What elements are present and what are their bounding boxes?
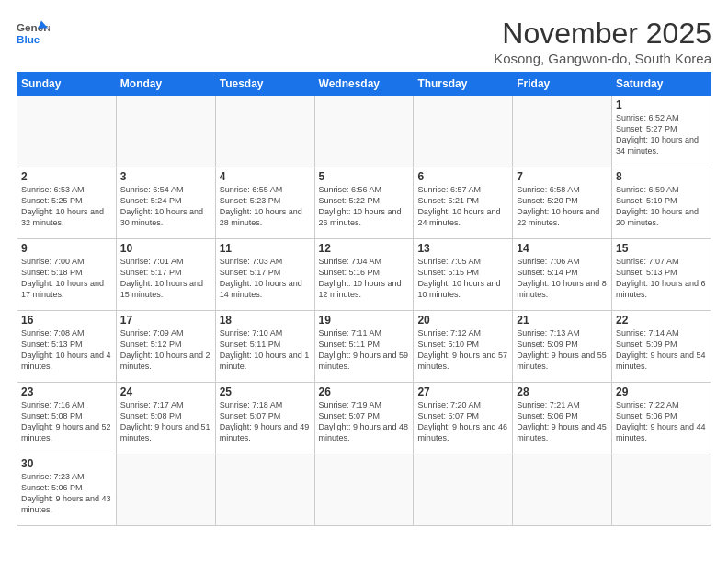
weekday-header-tuesday: Tuesday (215, 73, 314, 96)
calendar-cell: 2Sunrise: 6:53 AM Sunset: 5:25 PM Daylig… (17, 167, 117, 239)
calendar-body: 1Sunrise: 6:52 AM Sunset: 5:27 PM Daylig… (17, 96, 711, 526)
day-info: Sunrise: 6:56 AM Sunset: 5:22 PM Dayligh… (319, 184, 410, 229)
day-info: Sunrise: 7:06 AM Sunset: 5:14 PM Dayligh… (517, 256, 608, 301)
calendar-cell (513, 96, 612, 167)
calendar-cell: 20Sunrise: 7:12 AM Sunset: 5:10 PM Dayli… (414, 311, 513, 383)
day-info: Sunrise: 7:21 AM Sunset: 5:06 PM Dayligh… (517, 399, 608, 444)
day-info: Sunrise: 7:14 AM Sunset: 5:09 PM Dayligh… (616, 327, 707, 373)
calendar-cell (17, 96, 117, 167)
day-number: 10 (120, 242, 211, 255)
calendar-cell (414, 96, 513, 167)
day-info: Sunrise: 7:23 AM Sunset: 5:06 PM Dayligh… (21, 471, 112, 516)
day-number: 29 (616, 385, 707, 398)
calendar-cell: 21Sunrise: 7:13 AM Sunset: 5:09 PM Dayli… (513, 311, 612, 383)
day-number: 12 (319, 242, 410, 255)
calendar-cell: 14Sunrise: 7:06 AM Sunset: 5:14 PM Dayli… (513, 239, 612, 311)
calendar-cell: 28Sunrise: 7:21 AM Sunset: 5:06 PM Dayli… (513, 383, 612, 454)
calendar-week-4: 16Sunrise: 7:08 AM Sunset: 5:13 PM Dayli… (17, 311, 711, 383)
weekday-header-thursday: Thursday (414, 73, 513, 96)
header: General Blue November 2025 Kosong, Gangw… (17, 17, 711, 66)
day-number: 9 (21, 242, 112, 255)
calendar-cell: 26Sunrise: 7:19 AM Sunset: 5:07 PM Dayli… (314, 383, 414, 454)
generalblue-logo-icon: General Blue (17, 17, 50, 50)
day-info: Sunrise: 7:09 AM Sunset: 5:12 PM Dayligh… (120, 327, 211, 373)
weekday-header-wednesday: Wednesday (314, 73, 414, 96)
calendar-cell (215, 454, 314, 526)
calendar-cell (116, 96, 215, 167)
calendar-cell (116, 454, 215, 526)
calendar-cell: 1Sunrise: 6:52 AM Sunset: 5:27 PM Daylig… (612, 96, 711, 167)
day-number: 21 (517, 314, 608, 327)
day-number: 7 (517, 170, 608, 183)
day-info: Sunrise: 7:11 AM Sunset: 5:11 PM Dayligh… (319, 327, 410, 373)
calendar-week-5: 23Sunrise: 7:16 AM Sunset: 5:08 PM Dayli… (17, 383, 711, 454)
calendar-cell: 15Sunrise: 7:07 AM Sunset: 5:13 PM Dayli… (612, 239, 711, 311)
day-info: Sunrise: 6:52 AM Sunset: 5:27 PM Dayligh… (616, 112, 707, 157)
day-info: Sunrise: 7:22 AM Sunset: 5:06 PM Dayligh… (616, 399, 707, 444)
day-number: 16 (21, 314, 112, 327)
day-info: Sunrise: 6:55 AM Sunset: 5:23 PM Dayligh… (220, 184, 311, 229)
day-info: Sunrise: 7:17 AM Sunset: 5:08 PM Dayligh… (120, 399, 211, 444)
calendar-header: SundayMondayTuesdayWednesdayThursdayFrid… (17, 73, 711, 96)
calendar-cell: 27Sunrise: 7:20 AM Sunset: 5:07 PM Dayli… (414, 383, 513, 454)
day-info: Sunrise: 6:59 AM Sunset: 5:19 PM Dayligh… (616, 184, 707, 229)
calendar-cell: 16Sunrise: 7:08 AM Sunset: 5:13 PM Dayli… (17, 311, 117, 383)
calendar-cell: 4Sunrise: 6:55 AM Sunset: 5:23 PM Daylig… (215, 167, 314, 239)
day-number: 5 (319, 170, 410, 183)
calendar-cell: 11Sunrise: 7:03 AM Sunset: 5:17 PM Dayli… (215, 239, 314, 311)
day-number: 20 (417, 314, 508, 327)
calendar-cell: 17Sunrise: 7:09 AM Sunset: 5:12 PM Dayli… (116, 311, 215, 383)
calendar-cell: 13Sunrise: 7:05 AM Sunset: 5:15 PM Dayli… (414, 239, 513, 311)
day-number: 26 (319, 385, 410, 398)
day-number: 24 (120, 385, 211, 398)
day-number: 1 (616, 98, 707, 111)
svg-text:Blue: Blue (17, 33, 40, 45)
day-number: 23 (21, 385, 112, 398)
calendar-week-6: 30Sunrise: 7:23 AM Sunset: 5:06 PM Dayli… (17, 454, 711, 526)
calendar-cell: 7Sunrise: 6:58 AM Sunset: 5:20 PM Daylig… (513, 167, 612, 239)
day-info: Sunrise: 6:53 AM Sunset: 5:25 PM Dayligh… (21, 184, 112, 229)
day-number: 22 (616, 314, 707, 327)
weekday-row: SundayMondayTuesdayWednesdayThursdayFrid… (17, 73, 711, 96)
day-number: 28 (517, 385, 608, 398)
day-number: 25 (220, 385, 311, 398)
weekday-header-friday: Friday (513, 73, 612, 96)
day-info: Sunrise: 7:10 AM Sunset: 5:11 PM Dayligh… (220, 327, 311, 373)
weekday-header-saturday: Saturday (612, 73, 711, 96)
calendar-cell (314, 96, 414, 167)
day-info: Sunrise: 7:03 AM Sunset: 5:17 PM Dayligh… (220, 256, 311, 301)
calendar-cell (314, 454, 414, 526)
calendar-cell (414, 454, 513, 526)
day-info: Sunrise: 7:07 AM Sunset: 5:13 PM Dayligh… (616, 256, 707, 301)
day-number: 17 (120, 314, 211, 327)
day-number: 15 (616, 242, 707, 255)
day-info: Sunrise: 7:16 AM Sunset: 5:08 PM Dayligh… (21, 399, 112, 444)
calendar-week-2: 2Sunrise: 6:53 AM Sunset: 5:25 PM Daylig… (17, 167, 711, 239)
day-number: 18 (220, 314, 311, 327)
logo: General Blue (17, 17, 50, 50)
weekday-header-sunday: Sunday (17, 73, 117, 96)
calendar-cell: 12Sunrise: 7:04 AM Sunset: 5:16 PM Dayli… (314, 239, 414, 311)
day-number: 8 (616, 170, 707, 183)
day-info: Sunrise: 7:08 AM Sunset: 5:13 PM Dayligh… (21, 327, 112, 373)
calendar-subtitle: Kosong, Gangwon-do, South Korea (494, 51, 711, 66)
day-number: 11 (220, 242, 311, 255)
day-info: Sunrise: 7:00 AM Sunset: 5:18 PM Dayligh… (21, 256, 112, 301)
calendar-cell: 5Sunrise: 6:56 AM Sunset: 5:22 PM Daylig… (314, 167, 414, 239)
day-info: Sunrise: 7:13 AM Sunset: 5:09 PM Dayligh… (517, 327, 608, 373)
day-number: 3 (120, 170, 211, 183)
calendar-cell: 6Sunrise: 6:57 AM Sunset: 5:21 PM Daylig… (414, 167, 513, 239)
day-number: 4 (220, 170, 311, 183)
calendar-cell: 22Sunrise: 7:14 AM Sunset: 5:09 PM Dayli… (612, 311, 711, 383)
day-number: 27 (417, 385, 508, 398)
day-info: Sunrise: 7:19 AM Sunset: 5:07 PM Dayligh… (319, 399, 410, 444)
page: General Blue November 2025 Kosong, Gangw… (0, 0, 728, 563)
calendar-title: November 2025 (494, 17, 711, 51)
calendar-cell: 9Sunrise: 7:00 AM Sunset: 5:18 PM Daylig… (17, 239, 117, 311)
title-block: November 2025 Kosong, Gangwon-do, South … (494, 17, 711, 66)
day-info: Sunrise: 7:05 AM Sunset: 5:15 PM Dayligh… (417, 256, 508, 301)
calendar-cell: 29Sunrise: 7:22 AM Sunset: 5:06 PM Dayli… (612, 383, 711, 454)
calendar-cell: 3Sunrise: 6:54 AM Sunset: 5:24 PM Daylig… (116, 167, 215, 239)
calendar-cell: 18Sunrise: 7:10 AM Sunset: 5:11 PM Dayli… (215, 311, 314, 383)
calendar-table: SundayMondayTuesdayWednesdayThursdayFrid… (17, 72, 711, 526)
